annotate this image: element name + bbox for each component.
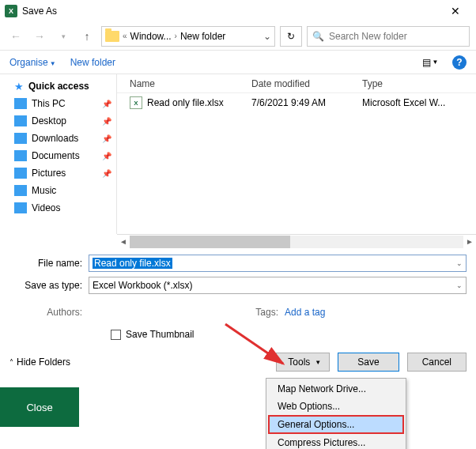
- pin-icon: 📌: [102, 169, 111, 178]
- sidebar-item-videos[interactable]: Videos: [0, 199, 116, 217]
- search-input[interactable]: 🔍 Search New folder: [307, 26, 470, 47]
- downloads-icon: [14, 133, 27, 144]
- save-button[interactable]: Save: [338, 353, 399, 372]
- sidebar-item-pictures[interactable]: Pictures 📌: [0, 164, 116, 182]
- documents-icon: [14, 150, 27, 161]
- search-placeholder: Search New folder: [329, 31, 407, 42]
- breadcrumb-seg[interactable]: New folder: [180, 31, 225, 42]
- scroll-left-icon[interactable]: ◄: [117, 237, 130, 246]
- tools-dropdown-button[interactable]: Tools ▼: [276, 353, 330, 372]
- sidebar-item-this-pc[interactable]: This PC 📌: [0, 95, 116, 112]
- dropdown-icon[interactable]: ⌄: [456, 281, 463, 289]
- file-type: Microsoft Excel W...: [362, 97, 476, 108]
- sidebar-item-quick-access[interactable]: ★ Quick access: [0, 77, 116, 95]
- authors-value[interactable]: [89, 307, 247, 318]
- organise-dropdown[interactable]: Organise▼: [9, 57, 56, 68]
- chevron-right-icon: ›: [175, 32, 177, 40]
- sidebar-item-label: Desktop: [32, 115, 66, 126]
- sidebar-item-label: Pictures: [32, 168, 66, 179]
- cancel-button[interactable]: Cancel: [407, 353, 467, 372]
- save-thumbnail-checkbox[interactable]: [111, 330, 121, 340]
- star-icon: ★: [14, 81, 24, 92]
- savetype-label: Save as type:: [9, 280, 89, 291]
- menu-item-compress-pictures[interactable]: Compress Pictures...: [266, 434, 406, 449]
- pin-icon: 📌: [102, 117, 111, 126]
- view-options-button[interactable]: ▤▼: [422, 55, 438, 70]
- add-tag-link[interactable]: Add a tag: [285, 307, 325, 318]
- sidebar-item-label: This PC: [32, 98, 66, 109]
- column-date-header[interactable]: Date modified: [251, 78, 362, 89]
- save-thumbnail-row: Save Thumbnail: [0, 321, 476, 349]
- sidebar-item-label: Downloads: [32, 133, 78, 144]
- search-icon: 🔍: [312, 31, 324, 42]
- window-title: Save As: [22, 6, 57, 17]
- sidebar-item-documents[interactable]: Documents 📌: [0, 147, 116, 164]
- chevron-up-icon: ˄: [9, 358, 13, 367]
- menu-item-map-network-drive[interactable]: Map Network Drive...: [266, 380, 406, 398]
- tags-label: Tags:: [247, 307, 285, 318]
- column-type-header[interactable]: Type: [362, 78, 476, 89]
- refresh-button[interactable]: ↻: [280, 26, 302, 47]
- filename-label: File name:: [9, 258, 89, 269]
- sidebar-item-label: Documents: [32, 150, 80, 161]
- breadcrumb-bar[interactable]: « Window... › New folder ⌄: [101, 26, 275, 47]
- column-headers: Name Date modified Type: [117, 74, 476, 93]
- file-name: Read only file.xlsx: [147, 97, 224, 108]
- excel-close-panel[interactable]: Close: [0, 387, 79, 427]
- column-name-header[interactable]: Name: [117, 78, 251, 89]
- authors-label: Authors:: [9, 307, 89, 318]
- pin-icon: 📌: [102, 134, 111, 143]
- pin-icon: 📌: [102, 152, 111, 160]
- explorer-body: ★ Quick access This PC 📌 Desktop 📌 Downl…: [0, 74, 476, 234]
- sidebar-item-downloads[interactable]: Downloads 📌: [0, 130, 116, 147]
- menu-item-web-options[interactable]: Web Options...: [266, 398, 406, 415]
- close-window-button[interactable]: ✕: [440, 5, 471, 17]
- sidebar-item-label: Music: [32, 185, 56, 196]
- new-folder-button[interactable]: New folder: [70, 57, 115, 68]
- chevron-icon: «: [123, 32, 127, 40]
- sidebar-item-label: Quick access: [28, 81, 89, 92]
- explorer-toolbar: Organise▼ New folder ▤▼ ?: [0, 51, 476, 74]
- music-icon: [14, 185, 27, 196]
- save-thumbnail-label: Save Thumbnail: [126, 329, 195, 340]
- breadcrumb-dropdown-icon[interactable]: ⌄: [263, 31, 271, 42]
- title-bar: X Save As ✕: [0, 0, 476, 22]
- pc-icon: [14, 98, 27, 109]
- sidebar: ★ Quick access This PC 📌 Desktop 📌 Downl…: [0, 74, 117, 234]
- breadcrumb-seg[interactable]: Window...: [130, 31, 172, 42]
- meta-row: Authors: Tags: Add a tag: [0, 304, 476, 321]
- filename-value: Read only file.xlsx: [93, 258, 172, 269]
- sidebar-item-desktop[interactable]: Desktop 📌: [0, 112, 116, 130]
- pin-icon: 📌: [102, 100, 111, 108]
- dialog-button-bar: ˄ Hide Folders Tools ▼ Save Cancel: [0, 349, 476, 378]
- excel-app-icon: X: [5, 5, 17, 17]
- desktop-icon: [14, 115, 27, 126]
- nav-up-button[interactable]: ↑: [77, 27, 96, 46]
- dropdown-caret-icon: ▼: [315, 359, 321, 366]
- sidebar-item-label: Videos: [32, 202, 60, 213]
- savetype-dropdown[interactable]: Excel Workbook (*.xlsx) ⌄: [89, 277, 467, 294]
- savetype-value: Excel Workbook (*.xlsx): [93, 280, 192, 291]
- scroll-right-icon[interactable]: ►: [463, 237, 476, 246]
- pictures-icon: [14, 168, 27, 179]
- excel-file-icon: X: [130, 96, 142, 109]
- folder-icon: [105, 31, 119, 42]
- file-list-pane: Name Date modified Type X Read only file…: [117, 74, 476, 234]
- file-date: 7/6/2021 9:49 AM: [251, 97, 362, 108]
- sidebar-item-music[interactable]: Music: [0, 182, 116, 199]
- nav-bar: ← → ▾ ↑ « Window... › New folder ⌄ ↻ 🔍 S…: [0, 22, 476, 51]
- nav-recent-dropdown[interactable]: ▾: [54, 27, 73, 46]
- help-button[interactable]: ?: [452, 55, 467, 70]
- videos-icon: [14, 202, 27, 213]
- filename-input[interactable]: Read only file.xlsx ⌄: [89, 255, 467, 272]
- hide-folders-button[interactable]: ˄ Hide Folders: [9, 357, 70, 368]
- scroll-thumb[interactable]: [130, 236, 290, 248]
- nav-back-button[interactable]: ←: [6, 27, 25, 46]
- dropdown-icon[interactable]: ⌄: [456, 259, 463, 267]
- menu-item-general-options[interactable]: General Options...: [268, 415, 404, 434]
- horizontal-scrollbar[interactable]: ◄ ►: [117, 234, 476, 248]
- tools-menu: Map Network Drive... Web Options... Gene…: [266, 378, 406, 449]
- save-form: File name: Read only file.xlsx ⌄ Save as…: [0, 248, 476, 304]
- file-row[interactable]: X Read only file.xlsx 7/6/2021 9:49 AM M…: [117, 93, 476, 112]
- nav-forward-button[interactable]: →: [30, 27, 49, 46]
